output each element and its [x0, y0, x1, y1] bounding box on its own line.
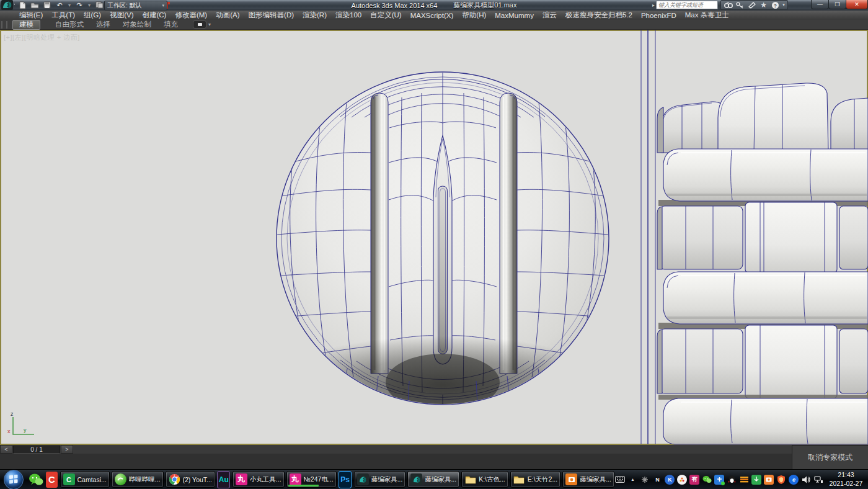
save-icon[interactable] [42, 1, 52, 9]
menu-edit[interactable]: 编辑(E) [15, 11, 47, 20]
viewport-label[interactable]: [+][左][明暗处理 + 边面] [4, 33, 80, 42]
taskbar-button-bilibili[interactable]: 哔哩哔哩... [112, 471, 164, 488]
workspace-label: 工作区: 默认 [107, 1, 142, 10]
minimize-button[interactable]: — [811, 0, 829, 9]
tray-wechat-icon[interactable] [702, 475, 712, 485]
ribbon-minimize-caret-icon[interactable]: ▾ [208, 22, 211, 27]
menu-modifiers[interactable]: 修改器(M) [170, 11, 211, 20]
tray-volume-icon[interactable] [801, 475, 811, 485]
start-button[interactable] [4, 470, 24, 489]
menu-phoenixfd[interactable]: PhoenixFD [637, 11, 681, 20]
menu-animation[interactable]: 动画(A) [211, 11, 244, 20]
new-file-icon[interactable] [17, 1, 27, 9]
search-expand-icon[interactable]: ▸ [652, 2, 655, 8]
menu-views[interactable]: 视图(V) [105, 11, 138, 20]
subscription-key-icon[interactable] [734, 1, 746, 9]
menu-slim-archive[interactable]: 极速瘦身安全归档5.2 [561, 11, 637, 20]
menu-graph-editors[interactable]: 图形编辑器(D) [244, 11, 298, 20]
menu-create[interactable]: 创建(C) [138, 11, 170, 20]
menu-customize[interactable]: 自定义(U) [366, 11, 405, 20]
taskbar-button-folder-e[interactable]: E:\天竹2... [510, 471, 560, 488]
help-icon[interactable]: ? [769, 1, 781, 9]
workspace-pin-icon[interactable] [165, 2, 170, 8]
menu-rendercloud[interactable]: 渲云 [538, 11, 561, 20]
menu-maxmummy[interactable]: MaxMummy [490, 11, 538, 20]
tray-youdao-icon[interactable]: 有 [689, 475, 699, 485]
tab-modeling[interactable]: 建模 [12, 20, 40, 30]
model-round-seat[interactable] [277, 72, 609, 421]
taskbar-button-folder-k[interactable]: K:\古色... [461, 471, 508, 488]
menu-help[interactable]: 帮助(H) [458, 11, 490, 20]
viewport-canvas[interactable]: z y x [0, 30, 868, 445]
project-folder-icon[interactable] [94, 1, 104, 9]
tray-tim-icon[interactable] [714, 475, 724, 485]
help-dropdown-icon[interactable]: ▾ [781, 1, 786, 9]
3ds-max-app-logo[interactable] [1, 0, 15, 10]
tab-object-paint[interactable]: 对象绘制 [117, 20, 157, 29]
tray-colorwheel-icon[interactable] [677, 475, 687, 485]
previous-frame-button[interactable]: < [0, 445, 12, 454]
tab-populate[interactable]: 填充 [157, 20, 184, 29]
taskbar-button-youtube-chrome[interactable]: (2) YouT... [166, 471, 215, 488]
taskbar-button-3dsmax-1[interactable]: 藤编家具... [354, 471, 406, 488]
tray-green-badge-icon[interactable] [751, 475, 761, 485]
tray-clock[interactable]: 21:43 2021-02-27 [826, 471, 866, 487]
tray-bars-icon[interactable] [739, 475, 749, 485]
menu-maxscript[interactable]: MAXScript(X) [406, 11, 458, 20]
close-button[interactable]: ✕ [846, 0, 868, 9]
frame-counter-field[interactable]: 0 / 1 [13, 446, 60, 454]
taskbar-button-camtasia[interactable]: C Camtasi... [60, 471, 110, 488]
menu-rendering[interactable]: 渲染(R) [298, 11, 331, 20]
document-title-text: 藤编家具模型01.max [453, 1, 516, 10]
open-file-icon[interactable] [30, 1, 40, 9]
undo-dropdown-icon[interactable]: ▾ [67, 1, 72, 9]
redo-dropdown-icon[interactable]: ▾ [87, 1, 92, 9]
next-frame-button[interactable]: > [61, 445, 73, 454]
taskbar-button-image-viewer[interactable]: 藤编家具... [562, 471, 614, 488]
menu-group[interactable]: 组(G) [79, 11, 105, 20]
menu-tools[interactable]: 工具(T) [47, 11, 79, 20]
vertical-pole-lines[interactable] [641, 30, 655, 444]
infocenter: ▸ ★ ? ▾ [652, 1, 788, 9]
tray-asterisk-icon[interactable] [640, 475, 650, 485]
menu-render100[interactable]: 渲染100 [331, 11, 366, 20]
quick-access-toolbar: ↶ ▾ ↷ ▾ [16, 1, 105, 9]
wechat-pinned-icon[interactable] [29, 471, 43, 488]
audition-pinned-icon[interactable]: Au [217, 471, 230, 488]
search-binoculars-icon[interactable] [722, 1, 734, 9]
taskbar-button-label: E:\天竹2... [528, 475, 557, 484]
tab-freeform[interactable]: 自由形式 [49, 20, 90, 29]
taskbar-button-label: (2) YouT... [183, 476, 212, 483]
taskbar-button-no247[interactable]: 丸 №247电... [286, 471, 337, 488]
restore-button[interactable]: ❐ [828, 0, 846, 9]
tray-keyboard-icon[interactable] [615, 475, 625, 485]
taskbar-button-label: 哔哩哔哩... [129, 475, 161, 484]
tray-network-icon[interactable] [813, 475, 823, 485]
workspace-selector[interactable]: 工作区: 默认 ▾ [104, 1, 167, 11]
tab-selection[interactable]: 选择 [90, 20, 117, 29]
cancel-expert-mode-button[interactable]: 取消专家模式 [792, 445, 868, 469]
taskbar-button-label: №247电... [304, 475, 334, 484]
ribbon-grip[interactable] [1, 21, 7, 29]
tray-k-icon[interactable]: K [665, 475, 675, 485]
search-input[interactable] [656, 1, 718, 9]
tray-internet-explorer-icon[interactable]: e [789, 475, 799, 485]
photoshop-pinned-icon[interactable]: Ps [339, 471, 352, 488]
undo-icon[interactable]: ↶ [55, 1, 64, 9]
timeline-bar: < 0 / 1 > [0, 445, 792, 454]
communication-center-icon[interactable] [746, 1, 758, 9]
model-rattan-weave[interactable] [657, 83, 868, 444]
taskbar-button-xiaowan-tool[interactable]: 丸 小丸工具... [232, 471, 285, 488]
redo-icon[interactable]: ↷ [74, 1, 84, 9]
system-tray: ▲ N K 有 e [615, 470, 868, 489]
ribbon-minimize-icon[interactable] [193, 20, 206, 29]
tray-screenshot-icon[interactable] [764, 475, 774, 485]
favorites-star-icon[interactable]: ★ [758, 1, 769, 9]
camtasia-pinned-icon[interactable]: C [46, 471, 58, 488]
taskbar-button-3dsmax-2-active[interactable]: 藤编家具... [407, 471, 459, 488]
tray-ime-icon[interactable]: N [652, 475, 662, 485]
tray-qq-icon[interactable] [727, 475, 737, 485]
tray-security-shield-icon[interactable] [776, 475, 786, 485]
menu-antivirus[interactable]: Max 杀毒卫士 [681, 11, 733, 20]
tray-show-hidden-icons[interactable]: ▲ [627, 475, 637, 485]
